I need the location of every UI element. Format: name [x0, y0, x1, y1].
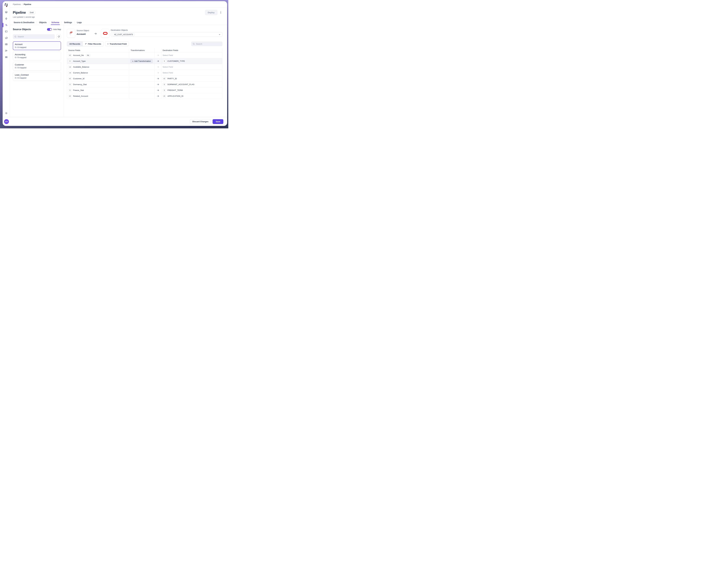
fields-search-input[interactable] — [196, 43, 221, 45]
chevron-down-icon — [219, 33, 221, 36]
sidebar-item-apps[interactable] — [3, 55, 10, 59]
tab-objects[interactable]: Objects — [37, 20, 49, 25]
mapping-arrow-icon — [157, 71, 159, 74]
oracle-icon — [103, 31, 108, 36]
records-segmented-control: All Records Filter Records — [67, 41, 104, 46]
source-field-name: Customer_Id — [73, 77, 84, 80]
field-type-badge: ±1 — [68, 94, 72, 98]
source-objects-search-input[interactable] — [18, 36, 53, 38]
sidebar-item-announcements[interactable] — [3, 36, 10, 40]
source-object-label: Source Object — [77, 29, 89, 32]
table-row: ±1 Related_Account ±1 APPLICATION_ID — [67, 93, 222, 99]
source-object-card[interactable]: Customer 0 / 9 mapped — [13, 62, 61, 70]
footer-bar: UA Discard Changes Save — [3, 117, 227, 126]
mapping-arrow-icon — [157, 60, 159, 62]
mapping-arrow-icon — [157, 54, 159, 56]
mapping-arrow-icon — [157, 66, 159, 68]
mapping-table-header: Source Fields Transformations Destinatio… — [67, 48, 222, 52]
breadcrumb-parent[interactable]: Pipelines — [13, 3, 21, 5]
sidebar-item-datasets[interactable] — [3, 43, 10, 46]
source-object-mapped-count: 0 / 8 mapped — [15, 77, 59, 79]
deploy-button[interactable]: Deploy — [205, 10, 217, 15]
layers-icon — [5, 11, 8, 14]
gear-icon — [5, 112, 8, 115]
source-object-card[interactable]: Account 5 / 8 mapped — [13, 41, 61, 50]
source-object-name: Loan_Contract — [15, 74, 59, 76]
mapping-arrow-icon — [157, 95, 159, 97]
sidebar-item-connections[interactable] — [3, 30, 10, 33]
source-object-mapped-count: 5 / 8 mapped — [15, 46, 59, 48]
active-indicator — [3, 23, 3, 27]
breadcrumb: Pipelines / Pipeline — [10, 1, 227, 7]
apps-grid-icon — [5, 56, 8, 59]
field-type-badge: ±1 — [163, 77, 166, 80]
add-transformation-button[interactable]: +Add Transformation — [130, 59, 153, 63]
filter-icon — [85, 43, 87, 45]
last-updated-text: Last updated 1 second ago — [13, 16, 222, 18]
discard-changes-button[interactable]: Discard Changes — [190, 119, 211, 124]
tab-schema[interactable]: Schema — [49, 20, 62, 25]
select-field-placeholder[interactable]: Select Field — [163, 54, 173, 56]
source-object-name: Accounting — [15, 53, 59, 56]
all-records-button[interactable]: All Records — [67, 42, 83, 46]
sidebar-nav — [3, 10, 10, 59]
column-header-arrow — [155, 48, 161, 52]
auto-map-toggle[interactable] — [47, 28, 52, 31]
panel-title: Source Objects — [13, 28, 31, 31]
sidebar-item-layers[interactable] — [3, 10, 10, 14]
more-options-button[interactable] — [220, 11, 222, 14]
table-icon — [5, 43, 8, 46]
refresh-button[interactable] — [56, 34, 61, 39]
save-button[interactable]: Save — [213, 119, 223, 124]
source-object-mapped-count: 0 / 9 mapped — [15, 56, 59, 59]
select-field-placeholder[interactable]: Select Field — [163, 72, 173, 74]
destination-field-name: APPLICATION_ID — [167, 95, 183, 97]
destination-connector-card — [101, 29, 109, 38]
add-transformed-field-button[interactable]: + Transformed Field — [105, 42, 129, 46]
tab-source-destination[interactable]: Source & Destination — [13, 20, 37, 25]
destination-objects-select[interactable]: HZ_CUST_ACCOUNTS — [111, 32, 222, 37]
breadcrumb-current: Pipeline — [24, 3, 31, 5]
sidebar-item-runs[interactable] — [3, 17, 10, 20]
pk-badge: PK — [86, 54, 91, 57]
field-type-badge: .00 — [68, 65, 72, 69]
records-toolbar: All Records Filter Records + — [67, 41, 222, 46]
table-row: .00 Current_Balance Select Field — [67, 70, 222, 76]
sidebar-item-pipelines[interactable] — [3, 23, 10, 27]
source-field-name: Account_Type — [73, 60, 86, 62]
sidebar-item-automations[interactable] — [3, 49, 10, 52]
breadcrumb-separator: / — [22, 3, 23, 5]
mapping-table: Source Fields Transformations Destinatio… — [67, 48, 222, 99]
destination-object-chip[interactable]: HZ_CUST_ACCOUNTS — [112, 33, 135, 36]
source-objects-search — [13, 34, 55, 39]
source-object-card[interactable]: Loan_Contract 0 / 8 mapped — [13, 72, 61, 81]
filter-records-button[interactable]: Filter Records — [83, 42, 104, 46]
destination-field-name: DORMANT_ACCOUNT_FLAG — [167, 83, 194, 85]
source-objects-list: Account 5 / 8 mapped Accounting 0 / 9 ma… — [13, 41, 61, 81]
source-object-card[interactable]: Accounting 0 / 9 mapped — [13, 52, 61, 60]
tab-logs[interactable]: Logs — [75, 20, 84, 25]
page-header: Pipeline Draft Deploy Last updated 1 sec… — [10, 7, 227, 18]
table-row: ±1 Customer_Id ±1 PARTY_ID — [67, 76, 222, 82]
status-badge: Draft — [28, 11, 36, 14]
source-connector-card — [67, 29, 75, 38]
source-field-name: Related_Account — [73, 95, 88, 97]
plus-icon: + — [132, 60, 133, 62]
avatar[interactable]: UA — [4, 119, 9, 124]
source-field-name: Available_Balance — [73, 66, 89, 68]
source-field-name: Account_No — [73, 54, 84, 56]
arrow-right-icon — [94, 32, 97, 35]
table-row: T Freeze_Stat T FREIGHT_TERM — [67, 87, 222, 93]
source-objects-panel: Source Objects Auto Map — [10, 25, 64, 117]
mapping-arrow-icon — [157, 89, 159, 91]
field-type-badge: T — [68, 59, 72, 63]
app-logo[interactable] — [4, 3, 8, 7]
toggle-knob — [50, 29, 52, 30]
megaphone-icon — [5, 36, 8, 39]
desktop-background: Pipelines / Pipeline Pipeline Draft Depl… — [0, 0, 228, 128]
tab-settings[interactable]: Settings — [62, 20, 74, 25]
destination-field-name: FREIGHT_TERM — [167, 89, 183, 91]
select-field-placeholder[interactable]: Select Field — [163, 66, 173, 68]
source-object-name: Account — [15, 43, 59, 45]
sidebar-item-settings[interactable] — [3, 111, 10, 115]
